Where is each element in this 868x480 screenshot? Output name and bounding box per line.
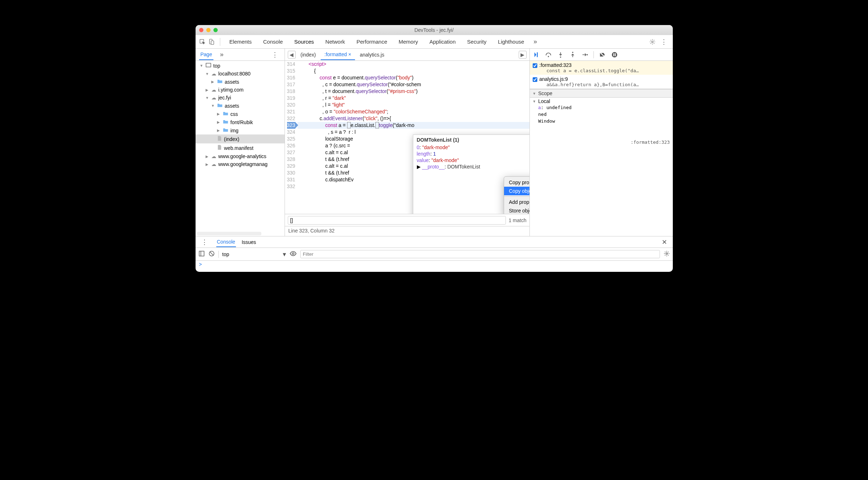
step-into-icon[interactable] <box>557 51 564 58</box>
console-sidebar-icon[interactable] <box>198 250 205 258</box>
tab-performance[interactable]: Performance <box>351 36 392 47</box>
tab-page[interactable]: Page <box>199 49 214 60</box>
console-filter-input[interactable] <box>300 250 660 258</box>
popup-property[interactable]: length: 1 <box>417 151 529 157</box>
svg-point-3 <box>651 41 653 43</box>
svg-rect-11 <box>613 53 614 56</box>
breakpoint-item[interactable]: analytics.js:9a&&a.href}return a},B=func… <box>530 75 673 89</box>
horizontal-scrollbar[interactable] <box>197 232 261 235</box>
frame-icon <box>206 63 211 69</box>
tree-node[interactable]: (index) <box>196 134 285 143</box>
titlebar: DevTools - jec.fyi/ <box>196 25 673 35</box>
step-over-icon[interactable] <box>545 51 552 58</box>
main-tabs: ElementsConsoleSourcesNetworkPerformance… <box>196 35 673 49</box>
tab-application[interactable]: Application <box>424 36 460 47</box>
file-tab[interactable]: (index) <box>297 50 320 60</box>
tab-sources[interactable]: Sources <box>289 36 319 47</box>
tree-label: www.googletagmanag <box>218 161 268 167</box>
file-tab[interactable]: analytics.js <box>356 50 388 60</box>
tree-node[interactable]: ▼ assets <box>196 102 285 110</box>
nav-back-icon[interactable]: ◀ <box>288 51 296 59</box>
callstack-location[interactable]: :formatted:323 <box>533 139 670 146</box>
inspect-icon[interactable] <box>198 38 206 46</box>
scope-pane: ▼Local a: undefined ned Window :formatte… <box>530 98 673 146</box>
tree-label: img <box>231 128 239 133</box>
file-tabs: ◀ (index):formatted ×analytics.js ▶ <box>285 49 529 61</box>
tab-memory[interactable]: Memory <box>394 36 423 47</box>
tab-lighthouse[interactable]: Lighthouse <box>493 36 529 47</box>
cloud-icon: ☁ <box>211 95 216 101</box>
kebab-icon[interactable]: ⋮ <box>658 38 670 46</box>
close-drawer-icon[interactable]: ✕ <box>659 238 670 246</box>
tab-console[interactable]: Console <box>258 36 288 47</box>
drawer-tab-console[interactable]: Console <box>216 237 236 247</box>
menu-item[interactable]: Store object as global variable <box>504 206 529 214</box>
breakpoint-checkbox[interactable] <box>533 63 537 68</box>
breakpoint-item[interactable]: :formatted:323const a = e.classList.togg… <box>530 61 673 75</box>
deactivate-breakpoints-icon[interactable] <box>599 51 606 58</box>
tree-node[interactable]: ▶☁ www.googletagmanag <box>196 160 285 168</box>
tab-elements[interactable]: Elements <box>225 36 257 47</box>
scope-header[interactable]: ▼Scope <box>530 89 673 98</box>
scope-variable[interactable]: a: undefined <box>533 104 670 111</box>
step-out-icon[interactable] <box>569 51 576 58</box>
cloud-icon: ☁ <box>211 161 216 167</box>
tree-node[interactable]: ▶ css <box>196 110 285 118</box>
svg-point-7 <box>560 57 561 58</box>
pause-on-exceptions-icon[interactable] <box>611 51 618 58</box>
gear-icon[interactable] <box>648 38 656 46</box>
resume-icon[interactable] <box>533 51 540 58</box>
scope-variable[interactable]: Window <box>533 118 670 124</box>
tab-network[interactable]: Network <box>320 36 350 47</box>
tree-label: www.google-analytics <box>218 153 267 159</box>
tree-label: web.manifest <box>224 145 253 151</box>
navigator-pane: Page » ⋮ ▼ top▼☁ localhost:8080▶ assets▶… <box>196 49 285 236</box>
console-context[interactable]: top <box>222 251 229 257</box>
cloud-icon: ☁ <box>211 87 216 93</box>
menu-item[interactable]: Copy property path <box>504 178 529 187</box>
eye-icon[interactable] <box>290 250 297 258</box>
drawer-kebab-icon[interactable]: ⋮ <box>198 238 211 246</box>
more-tabs-icon[interactable]: » <box>531 38 540 45</box>
scope-local-label[interactable]: Local <box>538 98 550 104</box>
file-icon <box>217 136 222 142</box>
tab-security[interactable]: Security <box>462 36 492 47</box>
tree-node[interactable]: ▼☁ jec.fyi <box>196 94 285 102</box>
menu-item[interactable]: Add property path to watch <box>504 198 529 206</box>
console-prompt[interactable]: > <box>196 261 673 268</box>
breakpoint-checkbox[interactable] <box>533 77 537 82</box>
search-input[interactable] <box>288 216 506 225</box>
file-tree[interactable]: ▼ top▼☁ localhost:8080▶ assets▶☁ i.ytimg… <box>196 61 285 231</box>
drawer-tab-issues[interactable]: Issues <box>242 239 256 245</box>
console-gear-icon[interactable] <box>664 250 670 258</box>
tree-node[interactable]: ▶ assets <box>196 78 285 86</box>
tree-node[interactable]: ▶☁ www.google-analytics <box>196 152 285 160</box>
navigator-kebab-icon[interactable]: ⋮ <box>269 51 281 59</box>
menu-item[interactable]: Copy object <box>504 187 529 195</box>
clear-console-icon[interactable] <box>208 250 215 258</box>
tree-node[interactable]: web.manifest <box>196 143 285 152</box>
editor-pane: ◀ (index):formatted ×analytics.js ▶ 3143… <box>285 49 530 236</box>
tree-node[interactable]: ▼ top <box>196 62 285 70</box>
svg-point-10 <box>612 52 617 57</box>
tree-node[interactable]: ▶☁ i.ytimg.com <box>196 86 285 94</box>
cloud-icon: ☁ <box>211 153 216 159</box>
popup-property[interactable]: ▶ __proto__: DOMTokenList <box>417 163 529 170</box>
more-navigator-icon[interactable]: » <box>217 51 226 58</box>
popup-property[interactable]: 0: "dark-mode" <box>417 144 529 151</box>
code-editor[interactable]: 3143153163173183193203213223233243253263… <box>285 61 529 214</box>
chevron-down-icon[interactable]: ▾ <box>283 250 286 258</box>
popup-property[interactable]: value: "dark-mode" <box>417 157 529 163</box>
tree-node[interactable]: ▼☁ localhost:8080 <box>196 70 285 78</box>
tree-node[interactable]: ▶ font/Rubik <box>196 118 285 126</box>
scope-variable[interactable]: ned <box>533 111 670 118</box>
close-tab-icon[interactable]: × <box>348 52 351 57</box>
debugger-pane: :formatted:323const a = e.classList.togg… <box>530 49 673 236</box>
device-icon[interactable] <box>208 38 216 46</box>
search-bar: 1 match <box>285 214 529 226</box>
nav-fwd-icon[interactable]: ▶ <box>519 51 527 59</box>
step-icon[interactable] <box>581 51 588 58</box>
file-tab[interactable]: :formatted × <box>321 49 355 60</box>
tree-node[interactable]: ▶ img <box>196 126 285 134</box>
svg-point-8 <box>572 52 573 53</box>
